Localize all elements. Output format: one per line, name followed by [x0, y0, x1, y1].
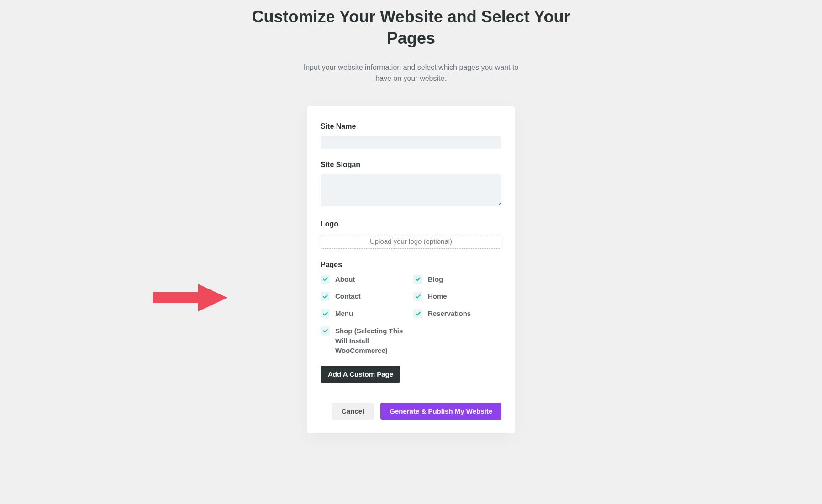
page-label: Contact [335, 291, 361, 301]
page-label: Reservations [428, 309, 471, 319]
page-item-menu[interactable]: Menu [321, 309, 409, 319]
page-item-shop[interactable]: Shop (Selecting This Will Install WooCom… [321, 326, 409, 356]
page-label: Menu [335, 309, 353, 319]
page-item-contact[interactable]: Contact [321, 291, 409, 301]
page-subtitle: Input your website information and selec… [301, 62, 521, 84]
cancel-button[interactable]: Cancel [332, 403, 374, 420]
generate-publish-button[interactable]: Generate & Publish My Website [380, 403, 501, 420]
checkbox-icon [321, 326, 330, 336]
checkbox-icon [321, 275, 330, 284]
logo-group: Logo Upload your logo (optional) [321, 220, 501, 249]
page-label: Home [428, 291, 447, 301]
page-title: Customize Your Website and Select Your P… [251, 0, 571, 49]
page-item-home[interactable]: Home [413, 291, 501, 301]
site-slogan-group: Site Slogan [321, 161, 501, 208]
logo-upload-text: Upload your logo (optional) [370, 237, 452, 245]
site-name-input[interactable] [321, 136, 501, 149]
checkbox-icon [413, 275, 422, 284]
page-item-blog[interactable]: Blog [413, 274, 501, 284]
page-label: Shop (Selecting This Will Install WooCom… [335, 326, 409, 356]
site-name-label: Site Name [321, 122, 501, 131]
checkbox-icon [413, 292, 422, 301]
arrow-annotation-icon [153, 284, 227, 313]
site-slogan-label: Site Slogan [321, 161, 501, 169]
site-slogan-input[interactable] [321, 174, 501, 206]
pages-label: Pages [321, 261, 501, 269]
page-label: About [335, 274, 355, 284]
svg-rect-0 [153, 292, 203, 303]
pages-grid: About Blog Contact Home [321, 274, 501, 356]
customize-card: Site Name Site Slogan Logo Upload your l… [307, 106, 515, 434]
add-custom-page-button[interactable]: Add A Custom Page [321, 366, 400, 383]
logo-label: Logo [321, 220, 501, 228]
svg-marker-1 [198, 284, 227, 311]
checkbox-icon [413, 309, 422, 318]
checkbox-icon [321, 309, 330, 318]
pages-group: Pages About Blog Contact [321, 261, 501, 383]
checkbox-icon [321, 292, 330, 301]
page-item-about[interactable]: About [321, 274, 409, 284]
footer-actions: Cancel Generate & Publish My Website [321, 403, 501, 420]
site-name-group: Site Name [321, 122, 501, 149]
page-item-reservations[interactable]: Reservations [413, 309, 501, 319]
logo-upload[interactable]: Upload your logo (optional) [321, 234, 501, 249]
page-label: Blog [428, 274, 443, 284]
